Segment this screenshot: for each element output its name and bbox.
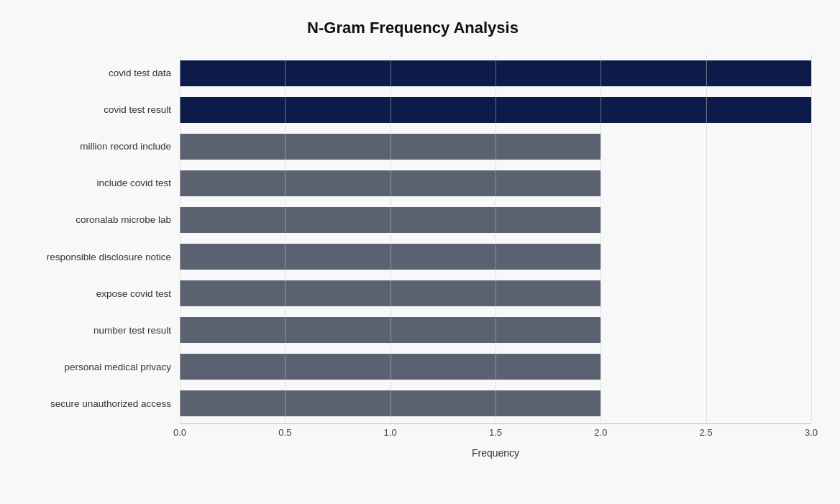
- x-axis: 0.00.51.01.52.02.53.0 Frequency: [180, 423, 811, 459]
- bar-row: [180, 385, 811, 422]
- bar-row: [180, 349, 811, 385]
- tick-label: 1.0: [384, 427, 397, 438]
- bar-label: secure unauthorized access: [14, 385, 180, 422]
- bar-label: covid test result: [14, 91, 180, 128]
- x-axis-title: Frequency: [180, 447, 811, 459]
- bar-label: number test result: [14, 312, 180, 349]
- tick-label: 1.5: [489, 427, 502, 438]
- bar-fill: [180, 207, 601, 233]
- bar-label: responsible disclosure notice: [14, 238, 180, 275]
- bars-area: [180, 55, 811, 422]
- bar-row: [180, 91, 811, 128]
- bar-label: covid test data: [14, 55, 180, 91]
- bar-fill: [180, 280, 601, 306]
- chart-title: N-Gram Frequency Analysis: [14, 14, 811, 37]
- tick-label: 0.0: [173, 427, 186, 438]
- bar-row: [180, 201, 811, 238]
- bar-fill: [180, 60, 811, 86]
- bar-fill: [180, 97, 811, 123]
- bar-label: coronalab microbe lab: [14, 201, 180, 238]
- y-axis-labels: covid test datacovid test resultmillion …: [14, 55, 180, 422]
- bar-row: [180, 128, 811, 165]
- tick-label: 2.5: [700, 427, 713, 438]
- bar-row: [180, 165, 811, 201]
- bar-fill: [180, 354, 601, 380]
- bar-row: [180, 275, 811, 312]
- bar-fill: [180, 390, 601, 416]
- bar-fill: [180, 244, 601, 270]
- tick-label: 2.0: [594, 427, 607, 438]
- bar-row: [180, 55, 811, 91]
- tick-label: 3.0: [805, 427, 818, 438]
- grid-line: [811, 55, 812, 422]
- bar-fill: [180, 134, 601, 160]
- x-axis-ticks: 0.00.51.01.52.02.53.0: [180, 424, 811, 441]
- tick-label: 0.5: [278, 427, 291, 438]
- bar-row: [180, 238, 811, 275]
- bar-label: expose covid test: [14, 275, 180, 312]
- bar-label: personal medical privacy: [14, 349, 180, 385]
- bar-fill: [180, 170, 601, 196]
- bars-container: [180, 55, 811, 422]
- bar-label: million record include: [14, 128, 180, 165]
- bar-label: include covid test: [14, 165, 180, 201]
- chart-container: N-Gram Frequency Analysis covid test dat…: [0, 0, 840, 504]
- bar-fill: [180, 317, 601, 343]
- bar-row: [180, 312, 811, 349]
